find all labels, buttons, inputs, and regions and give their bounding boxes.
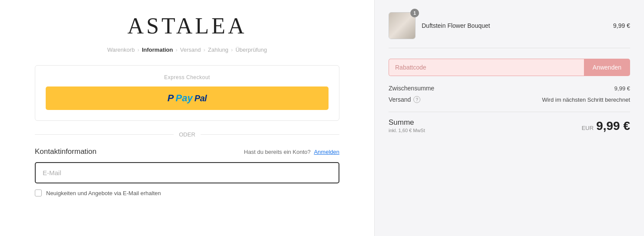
shipping-row: Versand ? Wird im nächsten Schritt berec…: [389, 96, 630, 103]
product-price: 9,99 €: [613, 22, 630, 29]
discount-row: Anwenden: [389, 59, 630, 76]
total-row: Summe inkl. 1,60 € MwSt EUR 9,99 €: [389, 118, 630, 133]
breadcrumb-information[interactable]: Information: [142, 47, 173, 53]
discount-input[interactable]: [389, 59, 584, 76]
product-image-wrapper: 1: [389, 12, 416, 39]
subtotal-row: Zwischensumme 9,99 €: [389, 85, 630, 92]
paypal-icon-p2: Pay: [176, 93, 193, 104]
vat-note: inkl. 1,60 € MwSt: [389, 128, 425, 133]
total-label: Summe: [389, 118, 425, 127]
oder-divider: ODER: [35, 131, 339, 138]
oder-label: ODER: [179, 131, 195, 138]
product-badge: 1: [410, 9, 419, 17]
newsletter-label: Neuigkeiten und Angebote via E-Mail erha…: [46, 190, 161, 196]
sep1: ›: [138, 47, 139, 53]
total-left: Summe inkl. 1,60 € MwSt: [389, 118, 425, 133]
help-icon[interactable]: ?: [413, 96, 420, 103]
right-panel: 1 Duftstein Flower Bouquet 9,99 € Anwend…: [374, 0, 644, 236]
paypal-button[interactable]: PPayPal: [46, 86, 329, 110]
paypal-icon-p: P: [168, 93, 174, 104]
breadcrumb-zahlung[interactable]: Zahlung: [208, 47, 228, 53]
subtotal-label: Zwischensumme: [389, 85, 434, 92]
breadcrumb-warenkorb[interactable]: Warenkorb: [107, 47, 135, 53]
shipping-label-group: Versand ?: [389, 96, 420, 103]
express-checkout-box: Express Checkout PPayPal: [35, 65, 339, 121]
login-link[interactable]: Anmelden: [314, 149, 339, 155]
total-amount: 9,99 €: [596, 119, 630, 133]
shipping-value: Wird im nächsten Schritt berechnet: [542, 96, 630, 103]
total-right: EUR 9,99 €: [582, 119, 630, 133]
contact-section-title: Kontaktinformation: [35, 147, 97, 156]
login-prompt: Hast du bereits ein Konto? Anmelden: [244, 149, 339, 155]
summary-rows: Zwischensumme 9,99 € Versand ? Wird im n…: [389, 85, 630, 103]
express-checkout-title: Express Checkout: [46, 74, 329, 80]
total-currency: EUR: [582, 125, 594, 131]
breadcrumb-ueberpruefung[interactable]: Überprüfung: [235, 47, 267, 53]
newsletter-checkbox[interactable]: [35, 189, 42, 196]
logo-area: ASTALEA: [35, 13, 339, 39]
email-input[interactable]: [43, 169, 332, 176]
divider: [389, 112, 630, 112]
product-image-placeholder: [389, 13, 415, 39]
section-header-row: Kontaktinformation Hast du bereits ein K…: [35, 147, 339, 156]
sep3: ›: [204, 47, 205, 53]
sep4: ›: [231, 47, 233, 53]
newsletter-row[interactable]: Neuigkeiten und Angebote via E-Mail erha…: [35, 189, 339, 196]
product-name: Duftstein Flower Bouquet: [422, 22, 607, 29]
logo: ASTALEA: [35, 13, 339, 39]
left-panel: ASTALEA Warenkorb › Information › Versan…: [0, 0, 374, 236]
breadcrumb: Warenkorb › Information › Versand › Zahl…: [35, 47, 339, 53]
product-row: 1 Duftstein Flower Bouquet 9,99 €: [389, 12, 630, 48]
sep2: ›: [175, 47, 177, 53]
subtotal-value: 9,99 €: [614, 85, 630, 92]
email-input-wrapper: [35, 162, 339, 183]
breadcrumb-versand[interactable]: Versand: [180, 47, 201, 53]
paypal-word: Pal: [195, 93, 207, 103]
apply-discount-button[interactable]: Anwenden: [584, 59, 630, 76]
paypal-logo: PPayPal: [168, 93, 207, 104]
shipping-label: Versand: [389, 96, 411, 103]
